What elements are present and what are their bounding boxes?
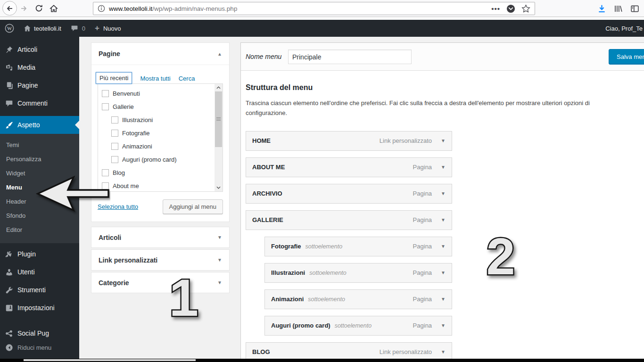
checkbox-unchecked[interactable]: [111, 116, 118, 123]
page-checkbox-row[interactable]: Animazioni: [102, 140, 223, 153]
menu-name-input[interactable]: [288, 49, 412, 64]
taskbar-edge-segment: [24, 359, 196, 361]
menu-item-handle[interactable]: FotografiesottoelementoPagina▼: [264, 237, 452, 256]
pagine-panel-header[interactable]: Pagine ▲: [91, 43, 229, 65]
page-checkbox-row[interactable]: About me: [102, 179, 223, 192]
submenu-item-menu[interactable]: Menu: [0, 181, 79, 195]
menu-item-handle[interactable]: Auguri (promo card)sottoelementoPagina▼: [264, 316, 452, 336]
chevron-down-icon[interactable]: ▼: [441, 244, 446, 249]
back-button[interactable]: [2, 1, 17, 16]
chevron-down-icon[interactable]: ▼: [441, 296, 446, 302]
scroll-down-button[interactable]: [215, 184, 223, 191]
comments-menu[interactable]: 0: [66, 20, 90, 37]
menu-structure-list: HOMELink personalizzato▼ABOUT MEPagina▼A…: [246, 131, 452, 362]
menu-item-type: Pagina: [413, 164, 432, 171]
sidebar-item-plugin[interactable]: Plugin: [0, 245, 79, 263]
menu-item-title: BLOG: [252, 348, 270, 355]
checkbox-unchecked[interactable]: [102, 169, 109, 176]
chevron-down-icon[interactable]: ▼: [441, 191, 446, 196]
page-checkbox-row[interactable]: Benvenuti: [102, 87, 223, 100]
account-greeting[interactable]: Ciao, Prof_Te: [605, 25, 644, 32]
url-bar[interactable]: www.teotelloli.it/wp/wp-admin/nav-menus.…: [93, 2, 535, 15]
sidebar-item-utenti[interactable]: Utenti: [0, 263, 79, 281]
submenu-item-widget[interactable]: Widget: [0, 166, 79, 181]
collapse-menu-button[interactable]: Riduci menu: [0, 338, 79, 356]
home-button[interactable]: [47, 2, 60, 15]
sidebar-item-aspetto[interactable]: Aspetto: [0, 116, 79, 134]
info-icon: [98, 5, 105, 12]
sidebar-toggle-icon[interactable]: [630, 4, 639, 13]
chevron-down-icon[interactable]: ▼: [441, 349, 446, 354]
sidebar-item-pagine[interactable]: Pagine: [0, 76, 79, 94]
submenu-item-editor[interactable]: Editor: [0, 223, 79, 237]
menu-item-handle[interactable]: AnimazionisottoelementoPagina▼: [264, 289, 452, 309]
sidebar-item-strumenti[interactable]: Strumenti: [0, 281, 79, 299]
accordion-panel-categorie[interactable]: Categorie▼: [91, 272, 230, 293]
page-item-label: Illustrazioni: [122, 116, 153, 123]
checkbox-unchecked[interactable]: [102, 103, 109, 110]
settings-icon: [5, 304, 13, 312]
checkbox-unchecked[interactable]: [111, 143, 118, 150]
wordpress-logo-icon: W: [5, 24, 14, 33]
back-icon: [6, 5, 14, 12]
page-checkbox-row[interactable]: Illustrazioni: [102, 113, 223, 126]
chevron-down-icon[interactable]: ▼: [441, 138, 446, 143]
tab-mostra-tutti[interactable]: Mostra tutti: [140, 75, 170, 82]
menu-item-handle[interactable]: HOMELink personalizzato▼: [246, 131, 452, 151]
tab-più-recenti[interactable]: Più recenti: [96, 72, 132, 84]
submenu-item-sfondo[interactable]: Sfondo: [0, 209, 79, 223]
submenu-item-personalizza[interactable]: Personalizza: [0, 152, 79, 166]
new-content-menu[interactable]: + Nuovo: [90, 20, 126, 37]
page-checkbox-row[interactable]: Gallerie: [102, 100, 223, 113]
sidebar-item-impostazioni[interactable]: Impostazioni: [0, 299, 79, 317]
chevron-up-icon: ▲: [217, 51, 222, 57]
comment-count: 0: [82, 25, 85, 32]
page-checkbox-row[interactable]: Auguri (promo card): [102, 153, 223, 166]
accordion-panel-articoli[interactable]: Articoli▼: [91, 227, 230, 248]
submenu-item-header[interactable]: Header: [0, 195, 79, 209]
page-item-label: Gallerie: [113, 103, 134, 110]
sidebar-item-articoli[interactable]: Articoli: [0, 41, 79, 58]
add-to-menu-button[interactable]: Aggiungi al menu: [163, 199, 223, 214]
checklist-scrollbar[interactable]: [215, 84, 223, 191]
arrow-circle-left-icon: [5, 344, 13, 352]
forward-button[interactable]: [17, 2, 30, 15]
submenu-item-temi[interactable]: Temi: [0, 138, 79, 152]
checkbox-unchecked[interactable]: [111, 130, 118, 137]
checkbox-unchecked[interactable]: [111, 156, 118, 163]
menu-item-handle[interactable]: IllustrazionisottoelementoPagina▼: [264, 263, 452, 283]
forward-icon: [20, 5, 27, 12]
wp-logo-menu[interactable]: W: [0, 20, 19, 37]
menu-item-title: ARCHIVIO: [252, 190, 282, 197]
checkbox-unchecked[interactable]: [102, 182, 109, 189]
save-menu-button[interactable]: Salva menu: [609, 49, 644, 65]
library-icon[interactable]: [614, 4, 623, 13]
menu-item-handle[interactable]: GALLERIEPagina▼: [246, 210, 452, 230]
chevron-down-icon[interactable]: ▼: [441, 270, 446, 275]
pagine-accordion-panel: Pagine ▲ Più recentiMostra tuttiCerca Be…: [91, 42, 230, 222]
chevron-down-icon[interactable]: ▼: [441, 217, 446, 222]
sidebar-item-media[interactable]: Media: [0, 58, 79, 76]
chevron-down-icon[interactable]: ▼: [441, 323, 446, 328]
reload-button[interactable]: [32, 2, 45, 15]
tab-cerca[interactable]: Cerca: [179, 75, 195, 82]
bookmark-star-icon[interactable]: [521, 4, 530, 13]
accordion-panel-link-personalizzati[interactable]: Link personalizzati▼: [91, 249, 230, 271]
site-name-menu[interactable]: teotelloli.it: [19, 20, 66, 37]
checkbox-unchecked[interactable]: [102, 90, 109, 97]
sidebar-item-commenti[interactable]: Commenti: [0, 94, 79, 112]
page-checkbox-row[interactable]: Blog: [102, 166, 223, 179]
scroll-up-button[interactable]: [215, 84, 223, 91]
pocket-icon[interactable]: [506, 4, 515, 13]
menu-item-handle[interactable]: ARCHIVIOPagina▼: [246, 184, 452, 204]
comment-bubble-icon: [71, 25, 78, 32]
page-actions-dots-icon[interactable]: •••: [491, 5, 500, 13]
chevron-down-icon[interactable]: ▼: [441, 165, 446, 170]
menu-item-handle[interactable]: ABOUT MEPagina▼: [246, 157, 452, 177]
download-icon[interactable]: [597, 4, 606, 13]
sub-item-note: sottoelemento: [308, 296, 345, 303]
scrollbar-thumb[interactable]: [215, 91, 222, 147]
select-all-link[interactable]: Seleziona tutto: [98, 203, 138, 210]
menu-item-type: Pagina: [413, 190, 432, 197]
page-checkbox-row[interactable]: Fotografie: [102, 126, 223, 140]
